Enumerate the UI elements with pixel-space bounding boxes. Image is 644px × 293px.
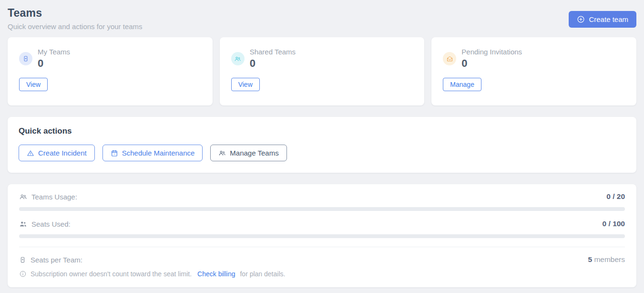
create-incident-label: Create Incident xyxy=(38,149,87,157)
calendar-icon xyxy=(111,149,118,157)
group-icon xyxy=(231,52,245,65)
teams-page: Teams Quick overview and actions for you… xyxy=(0,0,644,293)
stat-card-meta: Pending Invitations 0 xyxy=(461,48,522,70)
teams-usage-value: 0 / 20 xyxy=(606,192,625,201)
page-header-text: Teams Quick overview and actions for you… xyxy=(8,7,143,31)
create-team-label: Create team xyxy=(589,15,628,23)
stat-cards-row: My Teams 0 View Shared Teams 0 View xyxy=(8,37,636,105)
seats-used-label: Seats Used: xyxy=(31,220,71,228)
seats-per-team-label: Seats per Team: xyxy=(31,256,82,264)
badge-icon xyxy=(19,52,32,65)
info-circle-icon xyxy=(19,270,27,278)
seats-per-team-unit: members xyxy=(592,255,625,263)
seats-used-row: Seats Used: 0 / 100 xyxy=(19,220,625,228)
seat-limit-note: Subscription owner doesn't count toward … xyxy=(19,270,625,278)
stat-card-meta: Shared Teams 0 xyxy=(250,48,296,70)
seats-per-team-label-group: Seats per Team: xyxy=(19,256,82,264)
view-my-teams-button[interactable]: View xyxy=(19,78,48,91)
manage-teams-button[interactable]: Manage Teams xyxy=(210,145,286,161)
seats-used-value: 0 / 100 xyxy=(603,220,625,228)
seats-used-progress-bar xyxy=(19,234,625,238)
seat-limit-note-text: Subscription owner doesn't count toward … xyxy=(31,270,192,278)
seat-limit-note-suffix: for plan details. xyxy=(240,270,285,278)
create-team-button[interactable]: Create team xyxy=(569,11,636,28)
open-envelope-icon xyxy=(443,52,456,65)
quick-actions-title: Quick actions xyxy=(19,126,625,136)
schedule-maintenance-label: Schedule Maintenance xyxy=(122,149,195,157)
seats-per-team-row: Seats per Team: 5 members xyxy=(19,255,625,264)
stat-card-shared-teams: Shared Teams 0 View xyxy=(220,37,425,105)
schedule-maintenance-button[interactable]: Schedule Maintenance xyxy=(102,145,203,161)
stat-card-top: My Teams 0 xyxy=(19,48,201,70)
seats-used-label-group: Seats Used: xyxy=(19,220,71,228)
stat-card-meta: My Teams 0 xyxy=(38,48,70,70)
stat-card-value: 0 xyxy=(250,57,296,70)
manage-invitations-button[interactable]: Manage xyxy=(443,78,481,91)
page-subtitle: Quick overview and actions for your team… xyxy=(8,22,143,31)
usage-divider xyxy=(19,247,625,247)
seats-per-team-number: 5 xyxy=(588,255,592,263)
people-filled-icon xyxy=(19,220,27,228)
teams-usage-label-group: Teams Usage: xyxy=(19,193,77,201)
group-outline-icon xyxy=(19,193,27,201)
stat-card-label: Shared Teams xyxy=(250,48,296,56)
badge-icon xyxy=(19,256,26,263)
plus-circle-icon xyxy=(577,15,585,23)
create-incident-button[interactable]: Create Incident xyxy=(19,145,95,161)
warning-triangle-icon xyxy=(27,149,34,157)
stat-card-top: Shared Teams 0 xyxy=(231,48,413,70)
page-title: Teams xyxy=(8,7,143,20)
quick-actions-row: Create Incident Schedule Maintenance Man… xyxy=(19,145,625,161)
manage-teams-label: Manage Teams xyxy=(230,149,278,157)
quick-actions-panel: Quick actions Create Incident Schedule M… xyxy=(8,117,636,173)
teams-usage-label: Teams Usage: xyxy=(31,193,77,201)
stat-card-value: 0 xyxy=(461,57,522,70)
view-shared-teams-button[interactable]: View xyxy=(231,78,260,91)
seats-per-team-value: 5 members xyxy=(588,255,625,264)
stat-card-pending-invitations: Pending Invitations 0 Manage xyxy=(431,37,636,105)
teams-usage-row: Teams Usage: 0 / 20 xyxy=(19,192,625,201)
stat-card-top: Pending Invitations 0 xyxy=(443,48,625,70)
page-header: Teams Quick overview and actions for you… xyxy=(8,7,636,31)
stat-card-label: My Teams xyxy=(38,48,70,56)
usage-panel: Teams Usage: 0 / 20 Seats Used: 0 / 100 xyxy=(8,184,636,287)
people-icon xyxy=(218,149,226,157)
check-billing-link[interactable]: Check billing xyxy=(197,270,235,278)
stat-card-value: 0 xyxy=(38,57,70,70)
teams-usage-progress-bar xyxy=(19,207,625,211)
stat-card-my-teams: My Teams 0 View xyxy=(8,37,213,105)
stat-card-label: Pending Invitations xyxy=(461,48,522,56)
